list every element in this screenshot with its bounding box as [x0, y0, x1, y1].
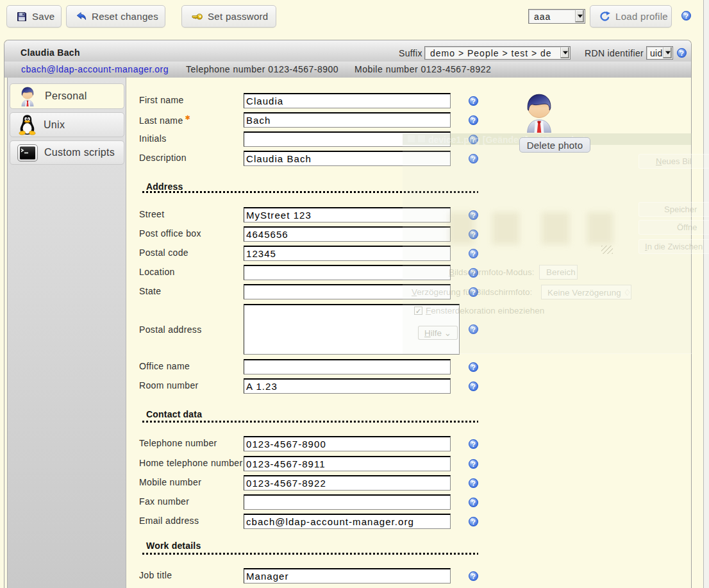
- svg-text:?: ?: [471, 518, 476, 526]
- svg-text:?: ?: [471, 212, 476, 219]
- svg-text:?: ?: [471, 136, 476, 144]
- svg-text:?: ?: [471, 231, 476, 239]
- svg-text:?: ?: [684, 12, 688, 20]
- svg-text:?: ?: [471, 326, 476, 333]
- svg-text:?: ?: [471, 460, 476, 468]
- svg-text:?: ?: [471, 155, 476, 163]
- svg-text:?: ?: [680, 49, 684, 57]
- svg-text:?: ?: [471, 364, 476, 371]
- svg-text:?: ?: [471, 383, 476, 391]
- svg-text:?: ?: [471, 441, 476, 448]
- svg-text:?: ?: [471, 499, 476, 507]
- svg-text:?: ?: [471, 269, 476, 277]
- svg-text:?: ?: [471, 289, 476, 296]
- svg-text:?: ?: [471, 573, 476, 580]
- svg-text:?: ?: [471, 250, 476, 258]
- svg-text:?: ?: [471, 97, 476, 105]
- svg-text:?: ?: [471, 117, 476, 124]
- svg-text:?: ?: [471, 480, 476, 487]
